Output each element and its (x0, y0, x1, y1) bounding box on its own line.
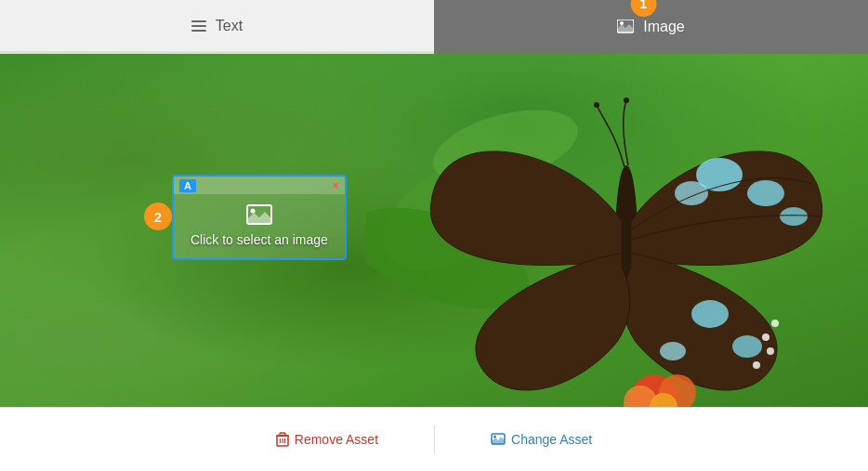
tab-image[interactable]: 1 Image (434, 0, 868, 54)
popup-a-label: A (179, 179, 196, 192)
popup-select-text: Click to select an image (191, 232, 328, 247)
svg-point-7 (747, 180, 784, 206)
remove-asset-button[interactable]: Remove Asset (276, 432, 378, 447)
popup-header: A × (174, 177, 345, 194)
svg-point-24 (250, 209, 255, 214)
remove-asset-label: Remove Asset (295, 432, 378, 447)
image-select-popup[interactable]: A × Click to select an image (172, 175, 347, 260)
action-divider (434, 425, 435, 453)
svg-point-13 (771, 320, 779, 327)
popup-close-button[interactable]: × (332, 178, 339, 192)
svg-point-17 (594, 102, 599, 108)
svg-point-12 (660, 342, 686, 360)
butterfly-image (366, 72, 849, 407)
svg-point-18 (624, 98, 629, 103)
image-tab-icon (617, 20, 634, 34)
tab-image-label: Image (643, 19, 684, 35)
svg-point-32 (493, 436, 496, 438)
popup-image-icon (246, 204, 272, 227)
tab-text-label: Text (216, 18, 243, 34)
svg-point-15 (767, 347, 774, 355)
hamburger-icon (191, 20, 206, 32)
tab-text[interactable]: Text (0, 0, 434, 54)
step-badge-2: 2 (144, 203, 172, 230)
svg-point-9 (780, 207, 808, 226)
popup-content: Click to select an image (191, 204, 328, 247)
svg-rect-27 (280, 433, 285, 436)
svg-point-11 (732, 335, 762, 358)
svg-point-16 (753, 361, 760, 369)
svg-point-14 (762, 334, 769, 341)
tab-bar: Text 1 Image (0, 0, 868, 54)
main-image-area: 2 A × Click to select an image (0, 54, 868, 407)
image-badge: 1 (630, 0, 656, 17)
change-asset-button[interactable]: Change Asset (491, 432, 592, 447)
trash-icon (276, 432, 289, 447)
action-bar: Remove Asset Change Asset (0, 407, 868, 471)
change-image-icon (491, 433, 506, 446)
change-asset-label: Change Asset (511, 432, 592, 447)
svg-point-10 (691, 300, 729, 328)
